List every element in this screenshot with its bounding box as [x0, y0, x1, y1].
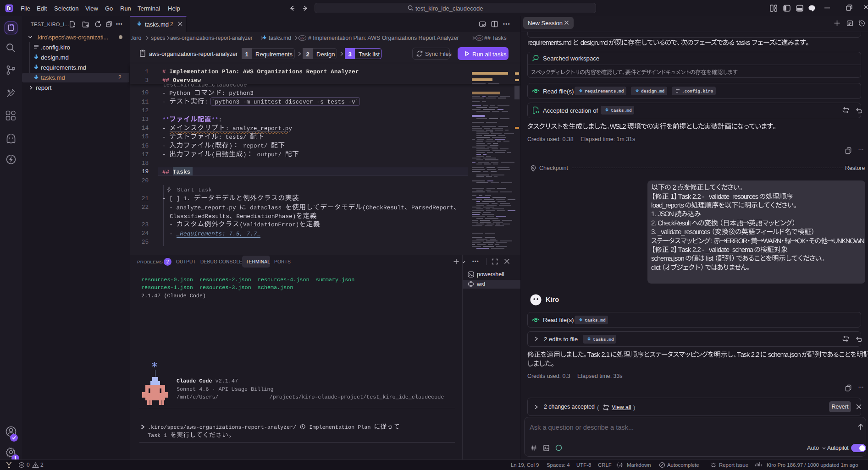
svg-text:abc: abc	[477, 37, 482, 40]
svg-text:2: 2	[166, 259, 169, 264]
svg-text:abc: abc	[300, 37, 305, 40]
